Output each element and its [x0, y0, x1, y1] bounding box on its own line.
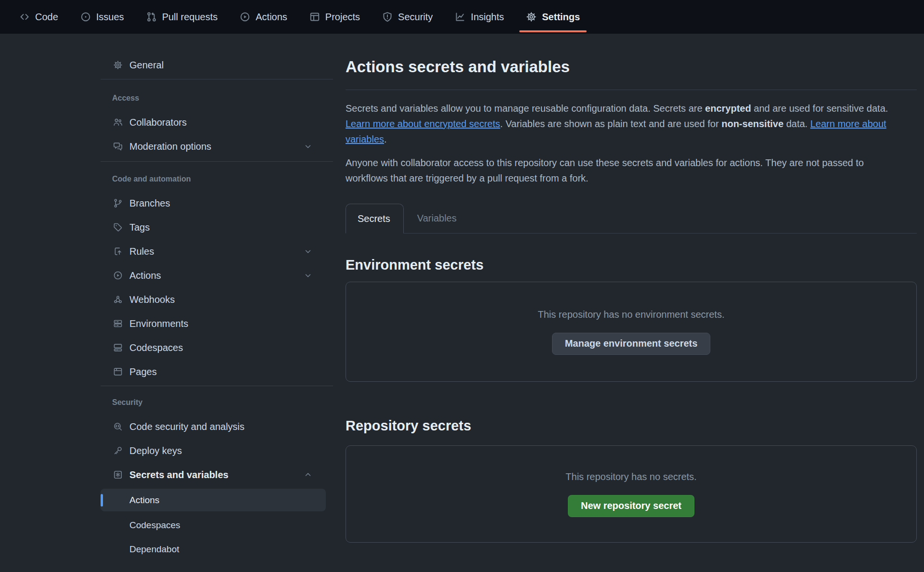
sidebar-item-code-security-and-analysis[interactable]: Code security and analysis [101, 416, 326, 437]
sidebar-item-tags[interactable]: Tags [101, 217, 326, 237]
nav-tab-pull-requests[interactable]: Pull requests [146, 0, 218, 34]
table-icon [309, 12, 320, 22]
play-icon [113, 271, 129, 280]
sidebar-item-label: Codespaces [129, 342, 183, 353]
page-title: Actions secrets and variables [346, 57, 917, 77]
code-icon [19, 12, 30, 22]
sidebar-item-rules[interactable]: Rules [101, 241, 326, 261]
sidebar-item-label: Secrets and variables [129, 469, 229, 481]
sidebar-item-label: General [129, 60, 164, 71]
sidebar-item-label: Actions [129, 270, 161, 281]
sidebar-section-access: Access [101, 92, 333, 104]
sidebar-item-label: Pages [129, 366, 157, 377]
nav-tab-actions[interactable]: Actions [240, 0, 287, 34]
text-segment: data. [783, 118, 810, 129]
secrets-variables-tabnav: Secrets Variables [346, 203, 917, 234]
nav-tab-label: Pull requests [162, 12, 218, 23]
people-icon [113, 117, 129, 127]
sidebar-subitem-dependabot[interactable]: Dependabot [101, 539, 326, 559]
manage-environment-secrets-button[interactable]: Manage environment secrets [552, 333, 711, 355]
key-asterisk-icon [113, 470, 129, 480]
sidebar-subitem-label: Codespaces [129, 520, 180, 531]
intro-paragraph: Secrets and variables allow you to manag… [346, 101, 906, 147]
rules-icon [113, 247, 129, 256]
sidebar-item-label: Tags [129, 222, 150, 233]
text-segment: Secrets and variables allow you to manag… [346, 103, 705, 114]
comment-discussion-icon [113, 142, 129, 151]
text-segment: . Variables are shown as plain text and … [500, 118, 721, 129]
nav-tab-settings[interactable]: Settings [526, 0, 580, 34]
nav-tab-insights[interactable]: Insights [455, 0, 504, 34]
nav-tab-label: Code [35, 12, 58, 23]
webhook-icon [113, 295, 129, 304]
repo-tab-nav: Code Issues Pull requests Actions [0, 0, 924, 34]
chevron-down-icon [304, 247, 319, 256]
title-divider [346, 90, 917, 90]
sidebar-item-general[interactable]: General [101, 55, 326, 75]
issue-opened-icon [80, 12, 91, 22]
repository-secrets-empty-box: This repository has no secrets. New repo… [346, 445, 917, 543]
repository-secrets-heading: Repository secrets [346, 417, 917, 434]
sidebar-item-label: Collaborators [129, 117, 187, 128]
sidebar-item-actions[interactable]: Actions [101, 265, 326, 286]
text-segment: non-sensitive [721, 118, 783, 129]
sidebar-item-label: Environments [129, 318, 188, 329]
sidebar-item-secrets-and-variables[interactable]: Secrets and variables [101, 465, 326, 485]
tab-secrets[interactable]: Secrets [346, 204, 404, 234]
nav-tab-label: Insights [471, 12, 504, 23]
page: { "nav": { "items": [ { "label": "Code",… [0, 0, 924, 572]
sidebar-section-code-and-automation: Code and automation [101, 173, 333, 185]
server-icon [113, 319, 129, 328]
chevron-down-icon [304, 271, 319, 280]
sidebar-item-label: Deploy keys [129, 445, 182, 456]
sidebar-subitem-actions[interactable]: Actions [101, 489, 326, 511]
sidebar-subitem-label: Actions [129, 495, 159, 506]
sidebar-subitem-codespaces[interactable]: Codespaces [101, 515, 326, 535]
text-segment: encrypted [705, 103, 751, 114]
sidebar-divider [101, 161, 333, 162]
nav-tab-label: Projects [325, 12, 360, 23]
sidebar-item-environments[interactable]: Environments [101, 313, 326, 334]
environment-secrets-empty-text: This repository has no environment secre… [538, 309, 725, 320]
sidebar-item-label: Webhooks [129, 294, 175, 305]
nav-tab-code[interactable]: Code [19, 0, 58, 34]
sidebar-item-label: Branches [129, 198, 170, 209]
settings-sidebar: General Access Collaborators Moderation … [101, 34, 333, 563]
text-segment: and are used for sensitive data. [751, 103, 888, 114]
sidebar-divider [101, 386, 333, 386]
play-icon [240, 12, 250, 22]
sidebar-subitem-label: Dependabot [129, 544, 180, 555]
tab-label: Variables [417, 213, 457, 224]
sidebar-item-collaborators[interactable]: Collaborators [101, 112, 326, 132]
nav-tab-issues[interactable]: Issues [80, 0, 124, 34]
sidebar-item-label: Code security and analysis [129, 421, 244, 432]
sidebar-divider [101, 79, 333, 79]
sidebar-item-codespaces[interactable]: Codespaces [101, 338, 326, 358]
git-pull-request-icon [146, 12, 157, 22]
environment-secrets-heading: Environment secrets [346, 257, 917, 273]
nav-tab-label: Issues [96, 12, 124, 23]
sidebar-item-webhooks[interactable]: Webhooks [101, 289, 326, 310]
sidebar-item-moderation-options[interactable]: Moderation options [101, 136, 326, 156]
sidebar-item-branches[interactable]: Branches [101, 193, 326, 213]
learn-more-encrypted-secrets-link[interactable]: Learn more about encrypted secrets [346, 118, 500, 129]
environment-secrets-empty-box: This repository has no environment secre… [346, 282, 917, 382]
collaborator-access-paragraph: Anyone with collaborator access to this … [346, 155, 906, 186]
repository-secrets-empty-text: This repository has no secrets. [565, 471, 696, 482]
new-repository-secret-button[interactable]: New repository secret [568, 495, 694, 517]
nav-tab-projects[interactable]: Projects [309, 0, 360, 34]
sidebar-item-label: Rules [129, 246, 154, 257]
codespaces-icon [113, 343, 129, 352]
sidebar-item-pages[interactable]: Pages [101, 362, 326, 382]
tab-label: Secrets [358, 213, 390, 224]
tag-icon [113, 222, 129, 232]
codescan-icon [113, 422, 129, 431]
nav-tab-security[interactable]: Security [382, 0, 433, 34]
chevron-up-icon [304, 470, 319, 479]
nav-tab-label: Security [398, 12, 433, 23]
key-icon [113, 446, 129, 455]
browser-icon [113, 367, 129, 377]
chevron-down-icon [304, 142, 319, 151]
tab-variables[interactable]: Variables [404, 203, 470, 233]
sidebar-item-deploy-keys[interactable]: Deploy keys [101, 441, 326, 461]
